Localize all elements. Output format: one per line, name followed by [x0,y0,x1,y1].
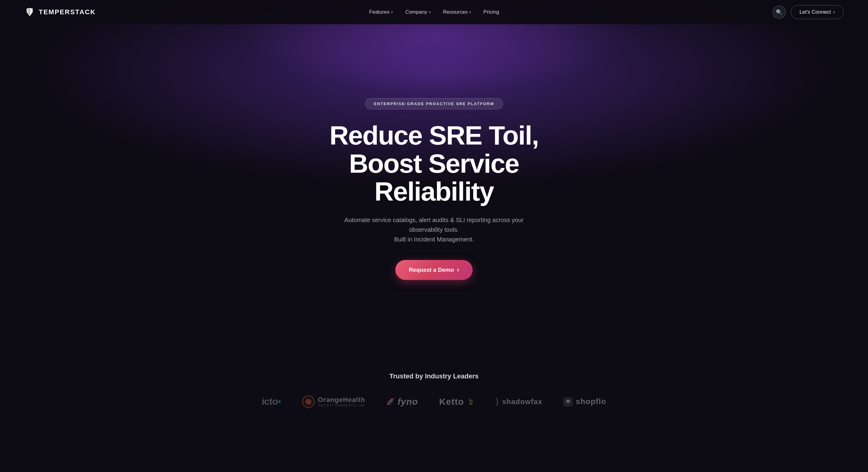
nav-pricing[interactable]: Pricing [483,9,499,15]
logo-shopflo: shopflo [563,397,606,406]
logo-link[interactable]: TEMPERSTACK [24,7,96,18]
search-icon: 🔍 [776,9,782,15]
nav-actions: 🔍 Let's Connect › [773,5,844,19]
hero-subtitle: Automate service catalogs, alert audits … [331,215,537,244]
logo-fyno: 🚀 fyno [386,397,418,407]
demo-arrow-icon: › [457,266,459,274]
company-chevron-icon: ▾ [429,10,431,14]
resources-chevron-icon: ▾ [469,10,471,14]
ketto-leaf-icon: 🍃 [467,398,474,405]
features-chevron-icon: ▾ [391,10,393,14]
trusted-title: Trusted by Industry Leaders [24,372,844,380]
nav-resources[interactable]: Resources ▾ [443,9,471,15]
logo-icon [24,7,35,18]
shadowfax-arrow-icon: ⟩ [496,397,499,407]
partner-logos: icto• OrangeHealth FASTEST DIAGNOSTIC LA… [24,395,844,408]
fyno-rocket-icon: 🚀 [386,398,395,406]
logo-text: TEMPERSTACK [39,8,96,16]
trusted-section: Trusted by Industry Leaders icto• Orange… [0,354,868,432]
nav-company[interactable]: Company ▾ [405,9,431,15]
connect-arrow-icon: › [833,9,835,15]
nav-links: Features ▾ Company ▾ Resources ▾ Pricing [369,9,499,15]
logo-icto: icto• [262,396,281,407]
navbar: TEMPERSTACK Features ▾ Company ▾ Resourc… [0,0,868,24]
hero-title: Reduce SRE Toil, Boost Service Reliabili… [298,122,570,206]
demo-button[interactable]: Request a Demo › [395,260,472,280]
search-button[interactable]: 🔍 [773,5,786,19]
logo-shadowfax: ⟩ shadowfax [496,397,542,407]
nav-features[interactable]: Features ▾ [369,9,393,15]
logo-ketto: Ketto 🍃 [439,397,475,407]
logo-orangehealth: OrangeHealth FASTEST DIAGNOSTIC LAB [302,395,365,408]
hero-section: ENTERPRISE-GRADE PROACTIVE SRE PLATFORM … [0,0,868,354]
hero-badge: ENTERPRISE-GRADE PROACTIVE SRE PLATFORM [365,98,503,109]
shopflo-icon [563,397,572,406]
connect-button[interactable]: Let's Connect › [791,5,844,19]
orangehealth-circle-icon [302,395,315,408]
